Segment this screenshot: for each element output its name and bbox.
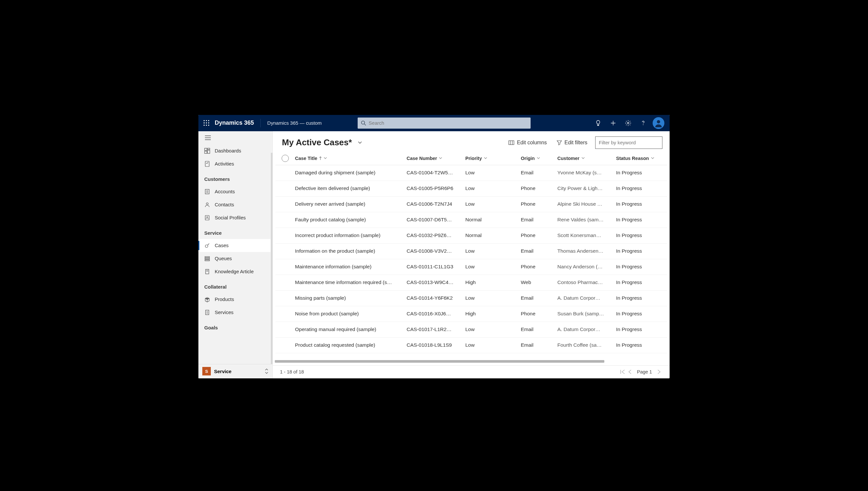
sidebar-group-service: Service [199,224,271,239]
column-header-customer[interactable]: Customer [557,156,616,161]
topbar-actions [591,115,669,131]
cell-priority: Low [465,185,521,191]
table-row[interactable]: Incorrect product information (sample)CA… [275,228,667,243]
area-label: Service [214,369,261,374]
view-selector[interactable] [358,141,362,144]
svg-rect-8 [208,125,209,126]
cell-origin: Phone [521,311,557,317]
cell-case-title: Damaged during shipment (sample) [295,170,407,176]
sidebar-scrollbar[interactable] [271,153,272,364]
svg-rect-33 [205,258,209,259]
first-page-icon [620,370,625,374]
table-row[interactable]: Operating manual required (sample)CAS-01… [275,322,667,338]
cell-customer: Fourth Coffee (sa… [557,342,616,348]
sidebar-item-activities[interactable]: Activities [199,157,271,170]
cell-case-title: Faulty product catalog (sample) [295,217,407,223]
filter-icon [557,140,562,145]
cell-case-title: Maintenance information (sample) [295,264,407,270]
table-row[interactable]: Maintenance information (sample)CAS-0101… [275,259,667,275]
table-row[interactable]: Maintenance time information required (s… [275,275,667,291]
first-page-button[interactable] [619,368,627,375]
cell-status-reason: In Progress [616,264,662,270]
column-label: Status Reason [616,156,649,161]
sidebar-item-knowledge-article[interactable]: Knowledge Article [199,265,271,278]
table-row[interactable]: Damaged during shipment (sample)CAS-0100… [275,165,667,181]
cell-priority: Low [465,342,521,348]
column-header-case-title[interactable]: Case Title [295,156,407,161]
edit-columns-button[interactable]: Edit columns [506,138,549,147]
column-header-case-number[interactable]: Case Number [407,156,465,161]
edit-filters-button[interactable]: Edit filters [555,138,589,147]
updown-icon [265,369,269,374]
column-header-origin[interactable]: Origin [521,156,557,161]
keyword-filter-input[interactable] [599,140,659,145]
svg-rect-0 [204,120,205,121]
data-grid: Case Title Case Number Priority Origin C… [273,152,669,359]
sidebar-item-cases[interactable]: Cases [199,239,271,252]
sidebar-item-accounts[interactable]: Accounts [199,185,271,198]
global-search-input[interactable] [369,120,527,126]
plus-icon [610,120,617,126]
chevron-down-icon [537,157,540,160]
global-search[interactable] [358,118,531,128]
record-counter: 1 - 18 of 18 [280,369,304,374]
sidebar-item-label: Social Profiles [215,215,246,220]
cell-case-title: Product catalog requested (sample) [295,342,407,348]
cell-priority: Low [465,248,521,254]
svg-rect-21 [208,150,210,153]
topbar-divider [260,119,261,127]
app-launcher-button[interactable] [199,120,215,126]
horizontal-scrollbar[interactable] [275,360,662,363]
sidebar-item-services[interactable]: Services [199,306,271,319]
account-avatar[interactable] [653,117,664,129]
table-row[interactable]: Defective item delivered (sample)CAS-010… [275,181,667,197]
cell-origin: Email [521,326,557,333]
sidebar-item-label: Knowledge Article [215,269,253,274]
area-switcher[interactable]: S Service [199,364,272,378]
next-page-button[interactable] [656,368,662,375]
cell-status-reason: In Progress [616,280,662,285]
svg-rect-22 [205,151,207,153]
prev-page-button[interactable] [627,368,633,375]
sidebar-item-social-profiles[interactable]: Social Profiles [199,211,271,224]
sidebar-group-customers: Customers [199,170,271,185]
brand-label[interactable]: Dynamics 365 [215,119,259,126]
new-button[interactable] [606,115,621,131]
cell-case-number: CAS-01016-X0J6… [407,311,465,317]
help-button[interactable] [636,115,651,131]
columns-icon [508,140,514,146]
waffle-icon [204,120,209,126]
sidebar-toggle[interactable] [199,131,272,144]
sidebar-item-label: Accounts [215,189,235,194]
table-row[interactable]: Information on the product (sample)CAS-0… [275,243,667,259]
cell-customer: Susan Burk (samp… [557,311,616,317]
sidebar-item-products[interactable]: Products [199,293,271,306]
table-row[interactable]: Missing parts (sample)CAS-01014-Y6F6K2Lo… [275,291,667,306]
cell-priority: Normal [465,232,521,238]
assistant-button[interactable] [591,115,606,131]
table-row[interactable]: Noise from product (sample)CAS-01016-X0J… [275,306,667,322]
select-all-checkbox[interactable] [281,155,289,162]
hamburger-icon [205,136,211,140]
social-profiles-icon [204,215,210,221]
cell-priority: Low [465,264,521,270]
table-row[interactable]: Product catalog requested (sample)CAS-01… [275,338,667,353]
table-row[interactable]: Faulty product catalog (sample)CAS-01007… [275,212,667,228]
cell-customer: Nancy Anderson (… [557,264,616,270]
sidebar-item-queues[interactable]: Queues [199,252,271,265]
column-header-status-reason[interactable]: Status Reason [616,156,662,161]
page-indicator: Page 1 [637,369,652,374]
cell-origin: Email [521,248,557,254]
person-icon [654,119,663,127]
cell-case-number: CAS-01013-W9C4… [407,280,465,285]
sidebar-item-contacts[interactable]: Contacts [199,198,271,211]
svg-point-28 [206,203,208,205]
svg-rect-34 [205,260,209,261]
keyword-filter[interactable] [595,137,662,149]
column-header-priority[interactable]: Priority [465,156,521,161]
table-row[interactable]: Delivery never arrived (sample)CAS-01006… [275,197,667,212]
settings-button[interactable] [621,115,636,131]
sidebar-item-dashboards[interactable]: Dashboards [199,144,271,157]
cell-priority: High [465,311,521,317]
view-header: My Active Cases* Edit columns Edit filte… [273,131,669,152]
